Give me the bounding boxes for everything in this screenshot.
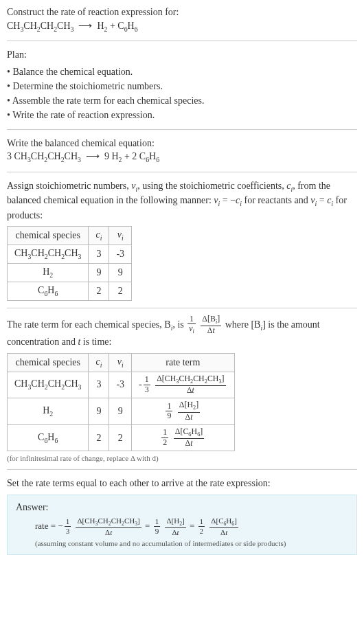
cell-rate: 19 Δ[H2]Δt [132, 398, 235, 425]
cell-v: 2 [109, 282, 132, 300]
cell-species: C6H6 [8, 424, 89, 451]
col-species: chemical species [8, 353, 89, 372]
plan-section: Plan: • Balance the chemical equation. •… [7, 48, 357, 122]
col-nui: νi [109, 353, 132, 372]
frac-dBi-dt: Δ[Bi]Δt [201, 315, 221, 336]
plan-list: • Balance the chemical equation. • Deter… [7, 65, 357, 122]
divider [7, 469, 357, 470]
answer-box: Answer: rate = −13 Δ[CH3CH2CH2CH3]Δt = 1… [7, 495, 357, 555]
col-ci: ci [89, 353, 109, 372]
assign-mid3: for reactants and [242, 195, 310, 205]
col-rate-term: rate term [132, 353, 235, 372]
cell-species: C6H6 [8, 282, 89, 300]
cell-c: 9 [89, 263, 109, 282]
table-row: CH3CH2CH2CH3 3 -3 -13 Δ[CH3CH2CH2CH3]Δt [8, 372, 235, 398]
cell-v: 9 [109, 398, 132, 425]
divider [7, 129, 357, 130]
answer-note: (assuming constant volume and no accumul… [35, 539, 348, 547]
divider [7, 308, 357, 308]
plan-item: • Write the rate of reaction expression. [7, 108, 357, 122]
stoich-table-2: chemical species ci νi rate term CH3CH2C… [7, 353, 235, 452]
cell-v: -3 [109, 372, 132, 398]
cell-species: H2 [8, 398, 89, 425]
col-species: chemical species [8, 227, 89, 245]
balanced-section: Write the balanced chemical equation: 3 … [7, 137, 357, 165]
prompt-title: Construct the rate of reaction expressio… [7, 5, 357, 19]
balanced-title: Write the balanced chemical equation: [7, 137, 357, 150]
table2-note: (for infinitesimal rate of change, repla… [7, 454, 357, 462]
cell-c: 9 [89, 398, 109, 425]
answer-expression: rate = −13 Δ[CH3CH2CH2CH3]Δt = 19 Δ[H2]Δ… [35, 517, 348, 536]
divider [7, 172, 357, 172]
frac-1-over-nui: 1νi [187, 315, 196, 336]
cell-v: -3 [109, 245, 132, 264]
assign-prefix: Assign stoichiometric numbers, [7, 181, 131, 191]
neg-sign: - [139, 379, 142, 389]
table-row: C6H6 2 2 [8, 282, 132, 300]
final-section: Set the rate terms equal to each other t… [7, 477, 357, 555]
rate-term-text: The rate term for each chemical species,… [7, 315, 357, 349]
divider [7, 41, 357, 41]
rate-term-section: The rate term for each chemical species,… [7, 315, 357, 463]
unbalanced-equation: CH3CH2CH2CH3 ⟶ H2 + C6H6 [7, 19, 357, 34]
rt-mid2: where [B [225, 319, 261, 330]
rate-prefix: rate = [35, 521, 58, 531]
col-nui: νi [109, 227, 132, 245]
prompt-section: Construct the rate of reaction expressio… [7, 5, 357, 34]
cell-c: 2 [89, 282, 109, 300]
balanced-equation: 3 CH3CH2CH2CH3 ⟶ 9 H2 + 2 C6H6 [7, 150, 357, 165]
plan-item: • Determine the stoichiometric numbers. [7, 79, 357, 93]
cell-v: 9 [109, 263, 132, 282]
cell-c: 3 [89, 372, 109, 398]
table-row: H2 9 9 19 Δ[H2]Δt [8, 398, 235, 425]
cell-species: CH3CH2CH2CH3 [8, 372, 89, 398]
cell-c: 2 [89, 424, 109, 451]
col-ci: ci [89, 227, 109, 245]
cell-rate: -13 Δ[CH3CH2CH2CH3]Δt [132, 372, 235, 398]
assign-mid1: , using the stoichiometric coefficients, [137, 181, 286, 191]
table-header-row: chemical species ci νi [8, 227, 132, 245]
rt-mid1: , is [172, 319, 186, 330]
assign-section: Assign stoichiometric numbers, νi, using… [7, 179, 357, 301]
rt-prefix: The rate term for each chemical species,… [7, 319, 171, 330]
rt-mid4: is time: [80, 337, 111, 347]
plan-title: Plan: [7, 48, 357, 62]
final-title: Set the rate terms equal to each other t… [7, 477, 357, 490]
table-row: H2 9 9 [8, 263, 132, 282]
cell-v: 2 [109, 424, 132, 451]
stoich-table-1: chemical species ci νi CH3CH2CH2CH3 3 -3… [7, 226, 132, 300]
plan-item: • Balance the chemical equation. [7, 65, 357, 79]
plan-item: • Assemble the rate term for each chemic… [7, 93, 357, 108]
cell-species: H2 [8, 263, 89, 282]
cell-c: 3 [89, 245, 109, 264]
table-header-row: chemical species ci νi rate term [8, 353, 235, 372]
assign-text: Assign stoichiometric numbers, νi, using… [7, 179, 357, 223]
table-row: C6H6 2 2 12 Δ[C6H6]Δt [8, 424, 235, 451]
cell-rate: 12 Δ[C6H6]Δt [132, 424, 235, 451]
answer-label: Answer: [16, 502, 348, 513]
table-row: CH3CH2CH2CH3 3 -3 [8, 245, 132, 264]
cell-species: CH3CH2CH2CH3 [8, 245, 89, 264]
